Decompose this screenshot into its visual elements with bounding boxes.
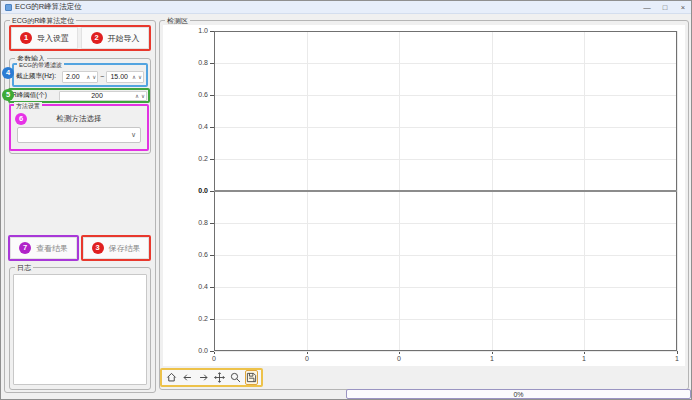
import-settings-button[interactable]: 1 导入设置 xyxy=(11,27,78,49)
rpeak-threshold-field[interactable]: 200 ∧ ∨ xyxy=(59,91,147,101)
pan-icon[interactable] xyxy=(213,370,226,385)
forward-icon[interactable] xyxy=(197,370,210,385)
threshold-spin-down-icon[interactable]: ∨ xyxy=(140,91,146,101)
gridline-h xyxy=(214,255,677,256)
gridline-h xyxy=(214,95,677,96)
gridline-h xyxy=(214,287,677,288)
high-cutoff-value: 15.00 xyxy=(107,73,131,80)
log-group-title: 日志 xyxy=(15,263,33,272)
close-button[interactable]: × xyxy=(678,3,688,12)
view-results-label: 查看结果 xyxy=(36,243,68,254)
ytick-label: 0.4 xyxy=(188,123,208,130)
annotation-badge-6: 6 xyxy=(15,113,27,125)
titlebar: ECG的R峰算法定位 — □ × xyxy=(1,1,691,14)
annotation-badge-1: 1 xyxy=(20,32,32,44)
annotation-badge-4: 4 xyxy=(2,67,14,79)
gridline-h xyxy=(214,63,677,64)
maximize-button[interactable]: □ xyxy=(660,3,670,12)
annotation-badge-2: 2 xyxy=(91,32,103,44)
subplot-boundary xyxy=(214,190,677,192)
ytick-label: 1.0 xyxy=(188,27,208,34)
cutoff-frequency-label: 截止频率(Hz): xyxy=(16,72,60,81)
ytick-mark xyxy=(210,351,214,352)
detection-area-title: 检测区 xyxy=(165,16,190,25)
rpeak-threshold-value: 200 xyxy=(60,92,134,99)
gridline-h xyxy=(214,127,677,128)
ytick-label: 0.6 xyxy=(188,251,208,258)
ytick-label-shared: 0.0 xyxy=(188,187,208,194)
view-results-button[interactable]: 7 查看结果 xyxy=(10,237,77,259)
rpeak-threshold-label: R峰阈值(个) xyxy=(12,91,56,100)
home-icon[interactable] xyxy=(165,370,178,385)
save-icon[interactable] xyxy=(245,370,258,385)
ytick-label: 0.0 xyxy=(188,347,208,354)
ytick-label: 0.4 xyxy=(188,283,208,290)
xtick-mark xyxy=(677,351,678,354)
high-cutoff-field[interactable]: 15.00 ∧ ∨ xyxy=(106,71,144,83)
save-results-button[interactable]: 3 保存结果 xyxy=(83,237,149,259)
ytick-label: 0.8 xyxy=(188,219,208,226)
xtick-label: 1 xyxy=(483,355,501,362)
back-icon[interactable] xyxy=(181,370,194,385)
gridline-v xyxy=(677,31,678,351)
low-cutoff-value: 2.00 xyxy=(63,73,85,80)
start-import-button[interactable]: 2 开始导入 xyxy=(81,27,149,49)
chevron-down-icon: ∨ xyxy=(131,131,136,139)
gridline-h xyxy=(214,319,677,320)
threshold-annotation-box: R峰阈值(个) 200 ∧ ∨ xyxy=(8,88,150,103)
log-group: 日志 xyxy=(9,267,151,390)
zoom-icon[interactable] xyxy=(229,370,242,385)
xtick-label: 0 xyxy=(205,355,223,362)
method-select[interactable]: ∨ xyxy=(17,127,141,143)
spine-top xyxy=(214,31,677,32)
low-cutoff-spin-down-icon[interactable]: ∨ xyxy=(91,71,97,83)
annotation-badge-7: 7 xyxy=(19,242,31,254)
minimize-button[interactable]: — xyxy=(642,3,652,12)
start-import-label: 开始导入 xyxy=(108,33,140,44)
save-results-label: 保存结果 xyxy=(109,243,141,254)
method-select-label: 检测方法选择 xyxy=(11,114,147,124)
plot-figure: 0001111.00.80.60.40.20.80.60.40.20.00.0 xyxy=(163,25,685,366)
bandpass-group-title: ECG的带通滤波 xyxy=(17,61,64,70)
low-cutoff-field[interactable]: 2.00 ∧ ∨ xyxy=(62,71,98,83)
progress-bar: 0% xyxy=(346,389,691,399)
xtick-label: 1 xyxy=(668,355,686,362)
ytick-label: 0.2 xyxy=(188,315,208,322)
gridline-h xyxy=(214,159,677,160)
spine-bottom xyxy=(214,350,677,351)
range-tilde: ~ xyxy=(100,73,104,80)
plot-toolbar xyxy=(160,368,263,387)
annotation-badge-5: 5 xyxy=(2,89,14,101)
xtick-label: 0 xyxy=(298,355,316,362)
gridline-h xyxy=(214,351,677,352)
gridline-h xyxy=(214,223,677,224)
high-cutoff-spin-down-icon[interactable]: ∨ xyxy=(137,71,143,83)
annotation-badge-3: 3 xyxy=(92,242,104,254)
import-settings-label: 导入设置 xyxy=(37,33,69,44)
method-annotation-box: 方法设置 检测方法选择 ∨ xyxy=(9,104,149,151)
bandpass-annotation-box: ECG的带通滤波 截止频率(Hz): 2.00 ∧ ∨ ~ 15.00 ∧ ∨ xyxy=(12,63,148,87)
ytick-label: 0.8 xyxy=(188,59,208,66)
ytick-label: 0.6 xyxy=(188,91,208,98)
plot-canvas[interactable]: 0001111.00.80.60.40.20.80.60.40.20.00.0 xyxy=(214,31,677,351)
method-group-title: 方法设置 xyxy=(14,102,42,111)
ytick-label: 0.2 xyxy=(188,155,208,162)
window-title: ECG的R峰算法定位 xyxy=(15,2,82,12)
app-icon xyxy=(5,4,12,11)
app-window: ECG的R峰算法定位 — □ × ECG的R峰算法定位 1 导入设置 2 开始导… xyxy=(0,0,692,400)
progress-label: 0% xyxy=(513,391,523,398)
log-output[interactable] xyxy=(13,274,147,385)
xtick-label: 0 xyxy=(390,355,408,362)
xtick-label: 1 xyxy=(575,355,593,362)
left-panel-group-title: ECG的R峰算法定位 xyxy=(10,16,76,25)
